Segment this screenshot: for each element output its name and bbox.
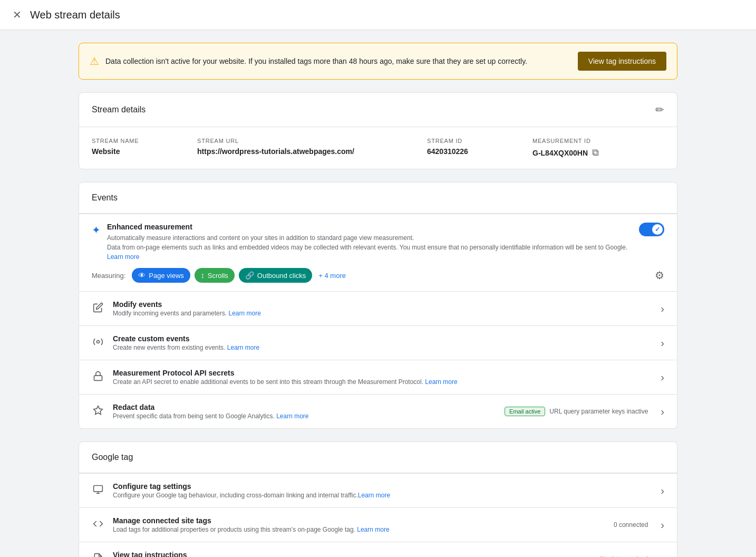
modify-events-title: Modify events xyxy=(113,300,652,309)
manage-connected-chevron: › xyxy=(661,519,664,531)
modify-events-learn-more[interactable]: Learn more xyxy=(228,310,260,317)
configure-tag-chevron: › xyxy=(661,485,664,497)
stream-name-field: STREAM NAME Website xyxy=(92,138,197,158)
configure-tag-desc: Configure your Google tag behaviour, inc… xyxy=(113,492,652,499)
configure-tag-content: Configure tag settings Configure your Go… xyxy=(113,482,652,499)
google-tag-header: Google tag xyxy=(79,442,677,473)
measurement-id-row: G-L84XQX00HN ⧉ xyxy=(532,147,664,158)
copy-icon[interactable]: ⧉ xyxy=(592,147,599,158)
scrolls-chip[interactable]: ↕ Scrolls xyxy=(195,268,235,283)
create-custom-events-desc: Create new events from existing events. … xyxy=(113,344,652,351)
page-views-chip[interactable]: 👁 Page views xyxy=(132,268,190,283)
stream-info: STREAM NAME Website STREAM URL https://w… xyxy=(79,127,677,169)
svg-rect-2 xyxy=(94,485,103,492)
outbound-clicks-label: Outbound clicks xyxy=(257,272,306,280)
more-measuring-link[interactable]: + 4 more xyxy=(318,272,346,280)
stream-details-header: Stream details ✏ xyxy=(79,93,677,127)
manage-connected-content: Manage connected site tags Load tags for… xyxy=(113,516,614,533)
configure-tag-learn-more[interactable]: Learn more xyxy=(358,492,390,499)
configure-tag-icon xyxy=(92,484,104,497)
redact-data-icon xyxy=(92,405,104,418)
view-tag-instructions-button[interactable]: View tag instructions xyxy=(578,52,666,71)
redact-data-chevron: › xyxy=(661,406,664,418)
view-tag-instructions-item[interactable]: View tag instructions Get instructions f… xyxy=(79,542,677,557)
outbound-clicks-chip[interactable]: 🔗 Outbound clicks xyxy=(239,268,313,283)
create-custom-events-chevron: › xyxy=(661,337,664,349)
svg-rect-1 xyxy=(94,376,102,380)
redact-data-learn-more[interactable]: Learn more xyxy=(276,412,308,420)
google-tag-card: Google tag Configure tag settings Config… xyxy=(79,441,677,557)
page-views-label: Page views xyxy=(149,272,183,280)
modify-events-item[interactable]: Modify events Modify incoming events and… xyxy=(79,291,677,325)
stream-url-value: https://wordpress-tutorials.atwebpages.c… xyxy=(197,147,354,156)
enhanced-measurement-left: ✦ Enhanced measurement Automatically mea… xyxy=(92,223,639,262)
view-tag-instructions-content: View tag instructions Get instructions f… xyxy=(113,551,600,557)
events-card: Events ✦ Enhanced measurement Automatica… xyxy=(79,182,677,429)
scrolls-label: Scrolls xyxy=(208,272,228,280)
warning-text: Data collection isn't active for your we… xyxy=(105,57,569,65)
edit-icon[interactable]: ✏ xyxy=(655,103,664,116)
toggle-check-icon: ✓ xyxy=(655,226,660,233)
stream-name-label: STREAM NAME xyxy=(92,138,197,144)
close-icon[interactable]: ✕ xyxy=(13,8,22,21)
view-tag-instructions-icon xyxy=(92,553,104,558)
enhanced-measurement-section: ✦ Enhanced measurement Automatically mea… xyxy=(79,214,677,291)
modify-events-icon xyxy=(92,302,104,315)
redact-data-desc: Prevent specific data from being sent to… xyxy=(113,412,505,420)
measurement-protocol-chevron: › xyxy=(661,371,664,383)
warning-icon: ⚠ xyxy=(90,55,99,68)
toggle-thumb: ✓ xyxy=(652,224,663,235)
measurement-protocol-content: Measurement Protocol API secrets Create … xyxy=(113,369,652,386)
enhanced-measurement-desc2: Data from on-page elements such as links… xyxy=(107,243,639,262)
measurement-protocol-item[interactable]: Measurement Protocol API secrets Create … xyxy=(79,360,677,394)
connected-count-badge: 0 connected xyxy=(614,521,648,529)
measurement-protocol-desc: Create an API secret to enable additiona… xyxy=(113,378,652,386)
email-active-badge: Email active xyxy=(505,407,545,416)
page-header: ✕ Web stream details xyxy=(0,0,756,30)
enhanced-learn-more-link[interactable]: Learn more xyxy=(107,253,139,261)
page-views-icon: 👁 xyxy=(138,271,146,280)
enhanced-measurement-title: Enhanced measurement xyxy=(107,223,639,231)
view-tag-instructions-chevron: › xyxy=(661,553,664,558)
google-tag-title: Google tag xyxy=(92,453,133,462)
stream-id-field: STREAM ID 6420310226 xyxy=(427,138,532,158)
enhanced-measurement-toggle[interactable]: ✓ xyxy=(639,223,664,236)
manage-connected-title: Manage connected site tags xyxy=(113,516,614,525)
measurement-id-label: MEASUREMENT ID xyxy=(532,138,664,144)
stream-details-title: Stream details xyxy=(92,105,146,114)
manage-connected-desc: Load tags for additional properties or p… xyxy=(113,526,614,533)
create-custom-events-content: Create custom events Create new events f… xyxy=(113,334,652,351)
warning-banner: ⚠ Data collection isn't active for your … xyxy=(79,43,677,80)
create-events-icon xyxy=(92,337,104,350)
modify-events-desc: Modify incoming events and parameters. L… xyxy=(113,310,652,317)
stream-url-field: STREAM URL https://wordpress-tutorials.a… xyxy=(197,138,427,158)
configure-tag-settings-item[interactable]: Configure tag settings Configure your Go… xyxy=(79,473,677,507)
outbound-clicks-icon: 🔗 xyxy=(245,271,254,280)
modify-events-chevron: › xyxy=(661,303,664,315)
stream-details-card: Stream details ✏ STREAM NAME Website STR… xyxy=(79,92,677,169)
manage-connected-meta: 0 connected xyxy=(614,521,648,529)
scrolls-icon: ↕ xyxy=(201,271,205,280)
enhanced-measurement-desc1: Automatically measure interactions and c… xyxy=(107,233,639,243)
redact-data-title: Redact data xyxy=(113,403,505,411)
enhanced-measurement-icon: ✦ xyxy=(92,224,101,236)
stream-id-value: 6420310226 xyxy=(427,147,468,156)
measurement-protocol-learn-more[interactable]: Learn more xyxy=(425,378,457,386)
manage-connected-learn-more[interactable]: Learn more xyxy=(357,526,389,533)
create-custom-events-item[interactable]: Create custom events Create new events f… xyxy=(79,325,677,360)
page-title: Web stream details xyxy=(30,9,120,21)
events-title: Events xyxy=(92,193,118,203)
measuring-settings-icon[interactable]: ⚙ xyxy=(655,269,664,282)
create-custom-events-learn-more[interactable]: Learn more xyxy=(227,344,259,351)
redact-data-item[interactable]: Redact data Prevent specific data from b… xyxy=(79,394,677,428)
view-tag-instructions-title: View tag instructions xyxy=(113,551,600,557)
redact-data-content: Redact data Prevent specific data from b… xyxy=(113,403,505,420)
enhanced-measurement-content: Enhanced measurement Automatically measu… xyxy=(107,223,639,262)
measurement-id-value: G-L84XQX00HN xyxy=(532,149,588,157)
create-custom-events-title: Create custom events xyxy=(113,334,652,343)
manage-connected-tags-item[interactable]: Manage connected site tags Load tags for… xyxy=(79,507,677,542)
toggle-track: ✓ xyxy=(639,223,664,236)
stream-name-value: Website xyxy=(92,147,120,156)
measurement-protocol-title: Measurement Protocol API secrets xyxy=(113,369,652,377)
measurement-protocol-icon xyxy=(92,371,104,384)
